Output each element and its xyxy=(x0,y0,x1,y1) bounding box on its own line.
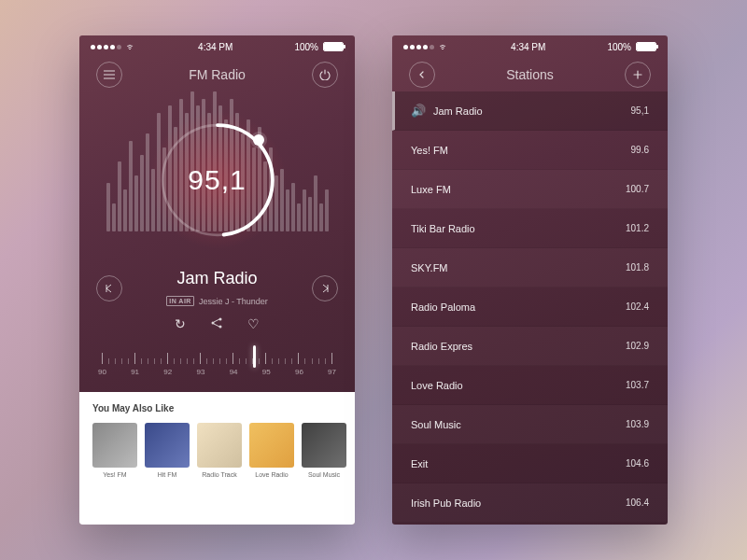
tuning-dial[interactable]: 95,1 xyxy=(158,120,277,240)
station-frequency: 103.9 xyxy=(626,419,649,429)
station-name: Jam Radio xyxy=(433,105,483,117)
station-row[interactable]: Radio Expres102.9 xyxy=(392,327,668,366)
battery-percent: 100% xyxy=(607,42,631,52)
station-frequency: 102.4 xyxy=(626,301,649,312)
suggestion-card[interactable]: Yes! FM xyxy=(92,423,137,478)
stations-list-screen: ᯤ 4:34 PM 100% Stations 🔊Jam Radio95,1Ye… xyxy=(392,35,668,525)
station-thumbnail xyxy=(197,423,242,468)
next-station-button[interactable] xyxy=(312,275,338,301)
suggestions-title: You May Also Like xyxy=(92,403,342,413)
station-row[interactable]: Irish Pub Radio106.4 xyxy=(392,483,668,523)
in-air-badge: IN AIR xyxy=(166,296,194,306)
station-thumbnail xyxy=(145,423,190,468)
station-frequency: 103.7 xyxy=(626,380,649,390)
station-frequency: 100.7 xyxy=(626,184,649,194)
share-button[interactable] xyxy=(210,316,223,332)
station-name: Exit xyxy=(411,458,428,469)
screen-title: Stations xyxy=(506,67,554,82)
suggestion-label: Hit FM xyxy=(145,471,190,478)
repeat-button[interactable]: ↻ xyxy=(175,316,186,332)
station-frequency: 104.6 xyxy=(626,458,649,469)
station-name: Luxe FM xyxy=(411,184,451,195)
status-bar: ᯤ 4:34 PM 100% xyxy=(79,35,355,54)
suggestions-panel: You May Also Like Yes! FMHit FMRadio Tra… xyxy=(79,392,355,525)
station-list: 🔊Jam Radio95,1Yes! FM99.6Luxe FM100.7Tik… xyxy=(392,91,668,525)
suggestion-label: Radio Track xyxy=(197,471,242,478)
scale-label: 90 xyxy=(98,368,106,376)
station-name: Radio Paloma xyxy=(411,301,475,313)
station-thumbnail xyxy=(302,423,346,468)
battery-icon xyxy=(323,42,344,51)
station-name: Irish Pub Radio xyxy=(411,497,481,509)
suggestion-card[interactable]: Hit FM xyxy=(145,423,190,478)
station-name: Radio Expres xyxy=(411,341,472,352)
suggestion-label: Soul Music xyxy=(302,471,346,478)
battery-icon xyxy=(636,42,656,51)
station-frequency: 95,1 xyxy=(631,105,649,116)
station-frequency: 99.6 xyxy=(631,145,649,155)
now-playing: Jam Radio IN AIR Jessie J - Thunder ↻ ♡ xyxy=(79,269,355,332)
station-name: Jam Radio xyxy=(122,269,312,288)
station-name: Soul Music xyxy=(411,419,461,430)
scale-label: 95 xyxy=(262,368,271,376)
scale-label: 96 xyxy=(295,368,303,376)
frequency-scale[interactable]: 9091929394959697 xyxy=(79,347,355,388)
screen-title: FM Radio xyxy=(189,67,246,82)
wifi-icon: ᯤ xyxy=(126,41,136,52)
station-row[interactable]: Yes! FM99.6 xyxy=(392,131,668,170)
frequency-display: 95,1 xyxy=(158,120,277,240)
scale-label: 91 xyxy=(131,368,139,376)
station-frequency: 101.2 xyxy=(626,223,649,233)
tuner-dial-area: 95,1 xyxy=(79,91,355,269)
station-row[interactable]: Tiki Bar Radio101.2 xyxy=(392,209,668,248)
clock: 4:34 PM xyxy=(511,42,545,52)
prev-station-button[interactable] xyxy=(96,275,122,301)
scale-label: 93 xyxy=(196,368,204,376)
power-button[interactable] xyxy=(312,62,338,88)
suggestion-card[interactable]: Soul Music xyxy=(302,423,346,478)
favorite-button[interactable]: ♡ xyxy=(247,316,260,332)
station-frequency: 101.8 xyxy=(626,262,649,273)
station-row[interactable]: SKY.FM101.8 xyxy=(392,248,668,287)
station-thumbnail xyxy=(92,423,137,468)
station-row[interactable]: Radio Paloma102.4 xyxy=(392,287,668,327)
track-info: Jessie J - Thunder xyxy=(199,297,268,306)
station-row[interactable]: Exit104.6 xyxy=(392,444,668,483)
menu-button[interactable] xyxy=(96,62,122,88)
scale-label: 94 xyxy=(230,368,238,376)
navbar: Stations xyxy=(392,54,668,91)
add-station-button[interactable] xyxy=(625,62,651,88)
station-name: SKY.FM xyxy=(411,262,448,273)
signal-dots-icon xyxy=(91,45,121,49)
station-thumbnail xyxy=(249,423,294,468)
battery-percent: 100% xyxy=(294,42,318,52)
station-row[interactable]: 🔊Jam Radio95,1 xyxy=(392,91,668,131)
radio-player-screen: ᯤ 4:34 PM 100% FM Radio 95,1 Jam Radio xyxy=(79,35,355,525)
suggestion-card[interactable]: Radio Track xyxy=(197,423,242,478)
station-frequency: 102.9 xyxy=(626,341,649,351)
speaker-icon: 🔊 xyxy=(411,104,426,118)
back-button[interactable] xyxy=(409,62,435,88)
suggestion-label: Love Radio xyxy=(249,471,294,478)
clock: 4:34 PM xyxy=(198,42,233,52)
status-bar: ᯤ 4:34 PM 100% xyxy=(392,35,668,54)
navbar: FM Radio xyxy=(79,54,355,91)
station-name: Tiki Bar Radio xyxy=(411,223,475,234)
station-row[interactable]: Luxe FM100.7 xyxy=(392,170,668,209)
wifi-icon: ᯤ xyxy=(439,41,449,52)
scale-label: 97 xyxy=(328,368,336,376)
station-name: Love Radio xyxy=(411,380,463,391)
suggestion-label: Yes! FM xyxy=(92,471,137,478)
station-frequency: 106.4 xyxy=(626,497,649,508)
suggestion-card[interactable]: Love Radio xyxy=(249,423,294,478)
signal-dots-icon xyxy=(403,45,434,49)
station-row[interactable]: Love Radio103.7 xyxy=(392,366,668,405)
scale-label: 92 xyxy=(163,368,172,376)
scale-needle[interactable] xyxy=(253,345,256,368)
station-row[interactable]: Soul Music103.9 xyxy=(392,405,668,444)
station-name: Yes! FM xyxy=(411,145,448,156)
